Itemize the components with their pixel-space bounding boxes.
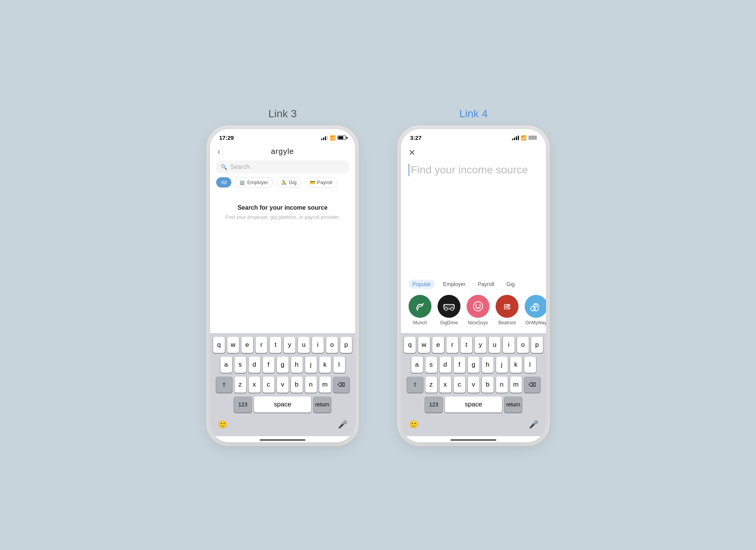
key-h-4[interactable]: h: [482, 357, 494, 373]
key-space-4[interactable]: space: [445, 396, 502, 412]
key-return-4[interactable]: return: [504, 396, 522, 412]
key-e-4[interactable]: e: [432, 337, 444, 353]
key-h-3[interactable]: h: [291, 357, 303, 373]
key-backspace-4[interactable]: ⌫: [524, 377, 540, 393]
item-gigdrive-4[interactable]: GigDrive: [438, 295, 460, 325]
popular-items-4: Munch GigDrive: [401, 295, 546, 333]
tab-employer-4[interactable]: Employer: [439, 280, 469, 289]
find-input-area-4[interactable]: Find your income source: [401, 161, 546, 182]
item-munch-4[interactable]: Munch: [409, 295, 431, 325]
status-time-3: 17:29: [219, 134, 234, 141]
tab-popular-4[interactable]: Popular: [409, 280, 435, 289]
key-d-3[interactable]: d: [249, 357, 260, 373]
close-button-4[interactable]: ✕: [409, 148, 415, 158]
key-e-3[interactable]: e: [241, 337, 253, 353]
item-onmyway-4[interactable]: OnMyWay: [525, 295, 546, 325]
key-backspace-3[interactable]: ⌫: [333, 377, 349, 393]
key-emoji-4[interactable]: 🙂: [405, 416, 422, 432]
key-t-4[interactable]: t: [460, 337, 472, 353]
item-niceguys-4[interactable]: NiceGuys: [467, 295, 489, 325]
key-k-4[interactable]: k: [510, 357, 522, 373]
income-source-info-3: Search for your income source Find your …: [210, 193, 355, 231]
key-f-4[interactable]: f: [454, 357, 465, 373]
key-n-4[interactable]: n: [496, 377, 508, 393]
tab-gig-3[interactable]: 🚴 Gig: [276, 177, 301, 188]
key-j-3[interactable]: j: [305, 357, 317, 373]
key-z-4[interactable]: z: [425, 377, 437, 393]
key-l-4[interactable]: l: [524, 357, 536, 373]
key-d-4[interactable]: d: [439, 357, 451, 373]
search-bar-3[interactable]: 🔍 Search: [216, 160, 349, 173]
key-c-3[interactable]: c: [263, 377, 275, 393]
key-g-3[interactable]: g: [277, 357, 289, 373]
key-u-3[interactable]: u: [298, 337, 310, 353]
niceguys-label-4: NiceGuys: [468, 320, 488, 325]
tab-payroll-3[interactable]: 💳 Payroll: [305, 177, 338, 188]
tab-payroll-4[interactable]: Payroll: [474, 280, 498, 289]
key-i-4[interactable]: i: [503, 337, 515, 353]
key-q-3[interactable]: q: [213, 337, 225, 353]
key-i-3[interactable]: i: [312, 337, 324, 353]
key-w-4[interactable]: w: [418, 337, 430, 353]
key-s-3[interactable]: s: [234, 357, 246, 373]
key-l-3[interactable]: l: [333, 357, 345, 373]
key-emoji-3[interactable]: 🙂: [215, 416, 231, 432]
find-input-4[interactable]: Find your income source: [409, 164, 538, 176]
key-s-4[interactable]: s: [425, 357, 437, 373]
status-icons-3: 📶: [321, 135, 346, 141]
key-y-4[interactable]: y: [475, 337, 486, 353]
key-m-3[interactable]: m: [319, 377, 331, 393]
key-v-4[interactable]: v: [468, 377, 480, 393]
key-n-3[interactable]: n: [305, 377, 317, 393]
key-o-4[interactable]: o: [517, 337, 529, 353]
app-logo-3: argyle: [271, 147, 294, 156]
key-r-4[interactable]: r: [446, 337, 458, 353]
key-u-4[interactable]: u: [489, 337, 501, 353]
back-button-3[interactable]: ‹: [218, 147, 220, 156]
key-shift-3[interactable]: ⇧: [216, 377, 232, 393]
item-beatroot-4[interactable]: Beatroot: [496, 295, 519, 325]
key-v-3[interactable]: v: [277, 377, 289, 393]
key-y-3[interactable]: y: [284, 337, 296, 353]
key-a-3[interactable]: a: [220, 357, 232, 373]
key-w-3[interactable]: w: [227, 337, 239, 353]
key-a-4[interactable]: a: [411, 357, 423, 373]
onmyway-icon-4: [525, 295, 546, 318]
key-g-4[interactable]: g: [468, 357, 480, 373]
key-p-4[interactable]: p: [531, 337, 543, 353]
key-r-3[interactable]: r: [255, 337, 267, 353]
employer-icon-3: 🏢: [239, 180, 245, 185]
key-q-4[interactable]: q: [404, 337, 416, 353]
key-space-3[interactable]: space: [254, 396, 311, 412]
key-mic-4[interactable]: 🎤: [525, 416, 541, 432]
key-x-4[interactable]: x: [439, 377, 451, 393]
tab-popular-label-4: Popular: [412, 281, 431, 287]
key-123-3[interactable]: 123: [234, 396, 252, 412]
tab-employer-3[interactable]: 🏢 Employer: [234, 177, 273, 188]
status-bar-3: 17:29 📶: [210, 129, 355, 144]
key-b-4[interactable]: b: [482, 377, 494, 393]
key-o-3[interactable]: o: [326, 337, 338, 353]
key-t-3[interactable]: t: [270, 337, 281, 353]
key-row-2-3: a s d f g h j k l: [212, 357, 354, 373]
tab-gig-label-4: Gig: [506, 281, 515, 287]
key-return-3[interactable]: return: [313, 396, 331, 412]
phone3-frame: 17:29 📶 ‹ argyle: [210, 129, 355, 442]
key-c-4[interactable]: c: [454, 377, 465, 393]
key-k-3[interactable]: k: [319, 357, 331, 373]
tab-gig-4[interactable]: Gig: [502, 280, 519, 289]
gigdrive-icon-4: [438, 295, 460, 318]
status-icons-4: 📶: [512, 135, 537, 141]
key-shift-4[interactable]: ⇧: [407, 377, 423, 393]
key-f-3[interactable]: f: [263, 357, 275, 373]
key-b-3[interactable]: b: [291, 377, 303, 393]
key-m-4[interactable]: m: [510, 377, 522, 393]
key-mic-3[interactable]: 🎤: [334, 416, 351, 432]
key-x-3[interactable]: x: [249, 377, 260, 393]
key-j-4[interactable]: j: [496, 357, 508, 373]
key-z-3[interactable]: z: [234, 377, 246, 393]
key-123-4[interactable]: 123: [425, 396, 443, 412]
key-row-1-3: q w e r t y u i o p: [212, 337, 354, 353]
key-p-3[interactable]: p: [340, 337, 352, 353]
tab-all-3[interactable]: All: [216, 177, 231, 188]
